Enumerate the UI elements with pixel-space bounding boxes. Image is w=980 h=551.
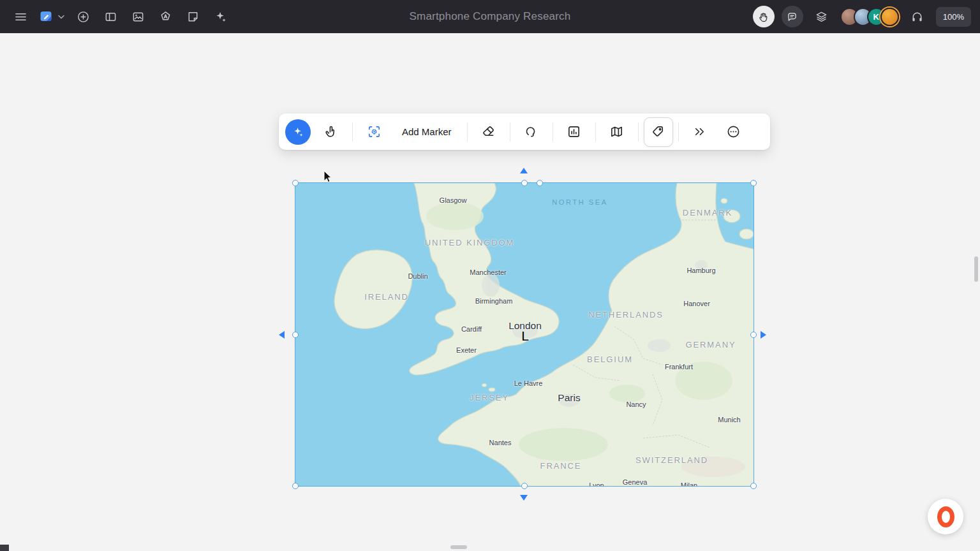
board-title[interactable]: Smartphone Company Research bbox=[410, 10, 571, 23]
sticky-note-icon bbox=[186, 10, 200, 24]
toolbar-divider bbox=[595, 122, 596, 142]
toolbar-divider bbox=[638, 122, 639, 142]
expand-icon bbox=[692, 124, 707, 139]
o-logo-icon bbox=[937, 506, 954, 527]
frames-icon bbox=[131, 10, 145, 24]
ai-assist-button[interactable] bbox=[209, 5, 232, 28]
add-item-button[interactable] bbox=[71, 5, 94, 28]
quick-add-arrow-left[interactable] bbox=[279, 331, 285, 339]
app-logo-button[interactable] bbox=[36, 5, 67, 28]
text-shape-icon bbox=[159, 10, 172, 24]
layers-icon bbox=[815, 10, 828, 24]
europe-map-graphic bbox=[295, 183, 754, 486]
resize-handle-nw[interactable] bbox=[292, 180, 299, 186]
map-object[interactable]: NORTH SEADENMARKUNITED KINGDOMIRELANDNET… bbox=[295, 182, 754, 487]
templates-button[interactable] bbox=[99, 5, 122, 28]
add-marker-button[interactable]: Add Marker bbox=[392, 126, 462, 137]
ai-select-button[interactable] bbox=[285, 119, 311, 145]
menu-icon bbox=[14, 10, 27, 24]
quick-add-arrow-right[interactable] bbox=[761, 331, 766, 339]
quick-add-arrow-up[interactable] bbox=[520, 168, 528, 173]
horizontal-scrollbar[interactable] bbox=[450, 545, 467, 549]
chevron-down-icon bbox=[58, 15, 64, 19]
sticky-note-button[interactable] bbox=[181, 5, 204, 28]
grab-hand-icon bbox=[757, 11, 769, 23]
rotate-handle[interactable] bbox=[537, 180, 543, 186]
text-shape-button[interactable] bbox=[154, 5, 177, 28]
add-circle-icon bbox=[77, 10, 90, 24]
grab-hand-button[interactable] bbox=[753, 6, 775, 27]
menu-button[interactable] bbox=[9, 5, 32, 28]
recorder-badge[interactable] bbox=[928, 499, 963, 534]
resize-handle-ne[interactable] bbox=[750, 180, 757, 186]
resize-handle-w[interactable] bbox=[292, 332, 299, 338]
zoom-level-button[interactable]: 100% bbox=[936, 7, 971, 27]
avatar-stack: K bbox=[840, 8, 899, 26]
canvas[interactable]: Add Marker bbox=[0, 33, 980, 551]
map-image: NORTH SEADENMARKUNITED KINGDOMIRELANDNET… bbox=[295, 183, 754, 486]
tag-button[interactable] bbox=[644, 117, 673, 147]
quick-add-arrow-down[interactable] bbox=[520, 495, 528, 501]
app-logo bbox=[39, 9, 54, 24]
map-marker-icon bbox=[609, 124, 624, 139]
lasso-icon bbox=[524, 124, 538, 139]
expand-toolbar-button[interactable] bbox=[684, 117, 716, 147]
mouse-cursor bbox=[323, 171, 332, 184]
avatar[interactable] bbox=[880, 8, 899, 26]
chart-icon bbox=[567, 124, 581, 139]
resize-handle-sw[interactable] bbox=[292, 483, 299, 489]
eraser-icon bbox=[481, 124, 496, 139]
more-icon bbox=[726, 124, 741, 139]
chat-button[interactable] bbox=[782, 6, 803, 27]
templates-icon bbox=[104, 10, 117, 24]
pointer-hand-button[interactable] bbox=[315, 117, 347, 147]
toolbar-divider bbox=[467, 122, 468, 142]
top-bar: Smartphone Company Research K bbox=[0, 0, 980, 33]
ai-select-icon bbox=[292, 126, 304, 138]
corner-artifact bbox=[0, 545, 9, 551]
eraser-button[interactable] bbox=[473, 117, 505, 147]
toolbar-divider bbox=[553, 122, 553, 142]
resize-handle-e[interactable] bbox=[750, 332, 757, 338]
headset-icon bbox=[910, 10, 924, 24]
ai-sparkle-icon bbox=[214, 10, 227, 24]
resize-handle-se[interactable] bbox=[750, 483, 757, 489]
more-options-button[interactable] bbox=[718, 117, 750, 147]
headset-button[interactable] bbox=[906, 5, 929, 28]
toolbar-divider bbox=[352, 122, 353, 142]
vertical-scrollbar[interactable] bbox=[974, 256, 978, 282]
focus-button[interactable] bbox=[358, 117, 390, 147]
focus-icon bbox=[367, 124, 382, 139]
resize-handle-n[interactable] bbox=[521, 180, 528, 186]
tag-icon bbox=[651, 124, 665, 139]
lasso-button[interactable] bbox=[516, 117, 547, 147]
toolbar-divider bbox=[678, 122, 679, 142]
floating-toolbar: Add Marker bbox=[279, 114, 770, 150]
chat-icon bbox=[786, 11, 798, 23]
toolbar-divider bbox=[510, 122, 510, 142]
resize-handle-s[interactable] bbox=[521, 483, 528, 489]
layers-button[interactable] bbox=[810, 5, 833, 28]
pointer-hand-icon bbox=[324, 124, 339, 139]
map-button[interactable] bbox=[601, 117, 633, 147]
chart-button[interactable] bbox=[558, 117, 590, 147]
frames-button[interactable] bbox=[126, 5, 149, 28]
